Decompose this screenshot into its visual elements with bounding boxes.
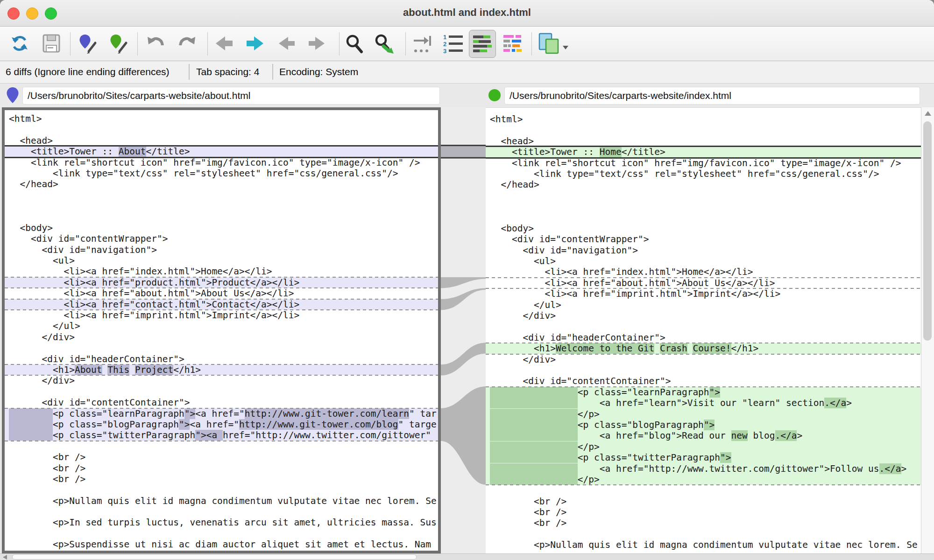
- connector-changed-h1: [441, 343, 486, 375]
- code-line: [486, 212, 921, 223]
- reload-icon: [9, 33, 30, 54]
- reload-button[interactable]: [7, 30, 33, 57]
- toolbar-separator: [405, 32, 406, 56]
- toolbar-separator: [531, 32, 532, 56]
- code-line: <link type="text/css" rel="stylesheet" h…: [5, 168, 438, 179]
- show-whitespace-button[interactable]: [409, 30, 435, 57]
- line-numbers-button[interactable]: 1 2 3: [440, 30, 466, 57]
- code-line: <li><a href="index.html">Home</a></li>: [486, 266, 921, 277]
- scroll-left-arrow-icon[interactable]: [3, 555, 7, 560]
- code-line: <html>: [486, 114, 921, 125]
- code-line: <li><a href="index.html">Home</a></li>: [5, 266, 438, 277]
- connector-deleted-contact: [441, 288, 486, 310]
- code-line: [5, 441, 438, 452]
- rulesets-button[interactable]: [500, 30, 526, 57]
- diffmerge-window: about.html and index.html: [0, 0, 934, 560]
- undo-icon: [146, 34, 166, 53]
- reference-view-icon: [536, 32, 570, 55]
- svg-text:3: 3: [443, 48, 446, 54]
- code-line: </p>: [486, 441, 921, 452]
- next-change-button[interactable]: [242, 30, 268, 57]
- code-line: [5, 212, 438, 223]
- code-line: <li><a href="contact.html">Contact</a></…: [5, 299, 438, 310]
- code-line: <li><a href="product.html">Product</a></…: [5, 277, 438, 288]
- violet-pin-edit-icon: [78, 33, 98, 54]
- diff-count-status: 6 diffs (Ignore line ending differences): [6, 66, 170, 77]
- arrow-left-icon: [215, 35, 234, 52]
- code-line: <p class="blogParagraph"><a href="http:/…: [5, 419, 438, 430]
- code-line: <link type="text/css" rel="stylesheet" h…: [486, 168, 921, 179]
- left-file-path-field[interactable]: /Users/brunobrito/Sites/carparts-website…: [22, 87, 440, 105]
- redo-button[interactable]: [174, 30, 200, 57]
- line-numbers-icon: 1 2 3: [442, 33, 464, 54]
- vertical-scrollbar-thumb[interactable]: [923, 121, 932, 341]
- code-line: <br />: [486, 518, 921, 528]
- code-line: [5, 343, 438, 353]
- left-code-pane[interactable]: <html> <head> <title>Tower :: About</tit…: [2, 107, 441, 553]
- code-line: </div>: [486, 310, 921, 321]
- code-line: <li><a href="imprint.html">Imprint</a></…: [486, 288, 921, 299]
- code-line: </div>: [5, 375, 438, 386]
- rulesets-icon: [502, 33, 524, 54]
- find-next-button[interactable]: [371, 30, 397, 57]
- svg-text:1: 1: [443, 34, 446, 41]
- connector-current-title: [441, 146, 486, 157]
- toolbar-separator: [339, 32, 340, 56]
- code-line: <a href="blog">Read our new blog.</a>: [486, 430, 921, 441]
- mark-left-button[interactable]: [75, 30, 101, 57]
- title-bar: about.html and index.html: [0, 0, 934, 27]
- deleted-lines-marker: [486, 277, 921, 278]
- code-line: [5, 506, 438, 517]
- code-line: </ul>: [5, 321, 438, 331]
- code-line: [486, 485, 921, 496]
- code-line: </div>: [5, 332, 438, 343]
- code-line: <p class="twitterParagraph"><a href="htt…: [5, 430, 438, 441]
- code-line: <body>: [486, 223, 921, 234]
- code-line: </div>: [486, 354, 921, 365]
- reference-view-button[interactable]: [535, 30, 571, 57]
- scroll-up-arrow-icon[interactable]: [925, 111, 931, 116]
- right-file-path-field[interactable]: /Users/brunobrito/Sites/carparts-website…: [504, 87, 920, 105]
- redo-icon: [177, 34, 197, 53]
- prev-conflict-button[interactable]: [274, 30, 300, 57]
- prev-change-button[interactable]: [211, 30, 237, 57]
- horizontal-scrollbar-thumb[interactable]: [12, 554, 417, 560]
- code-line: <link rel="shortcut icon" href="img/favi…: [486, 158, 921, 168]
- code-line: <br />: [486, 507, 921, 518]
- code-line: </head>: [5, 179, 438, 189]
- green-dot-icon: [488, 88, 502, 102]
- code-line: <title>Tower :: Home</title>: [486, 147, 921, 157]
- code-line: <p class="blogParagraph">: [486, 420, 921, 430]
- code-line: [486, 201, 921, 212]
- right-code-pane[interactable]: <html> <head> <title>Tower :: Home</titl…: [486, 107, 921, 553]
- code-line: <p class="twitterParagraph">: [486, 452, 921, 463]
- arrow-right-icon: [246, 35, 264, 52]
- vertical-scrollbar[interactable]: [921, 107, 934, 553]
- deleted-lines-marker: [486, 288, 921, 289]
- code-line: <div id="navigation">: [5, 245, 438, 255]
- code-line: <div id="navigation">: [486, 245, 921, 256]
- save-button[interactable]: [38, 30, 64, 57]
- code-line: <div id="contentContainer">: [486, 376, 921, 386]
- find-button[interactable]: [341, 30, 367, 57]
- code-line: <link rel="shortcut icon" href="img/favi…: [5, 157, 438, 168]
- next-conflict-button[interactable]: [304, 30, 330, 57]
- code-line: <br />: [5, 452, 438, 462]
- code-line: <div id="contentWrapper">: [486, 234, 921, 245]
- mark-right-button[interactable]: [106, 30, 132, 57]
- file-path-row: /Users/brunobrito/Sites/carparts-website…: [0, 84, 934, 108]
- intraline-diffs-button[interactable]: [469, 30, 496, 58]
- code-line: </p>: [486, 409, 921, 420]
- code-line: [486, 529, 921, 539]
- code-line: <p>Suspendisse ut nisi ac diam auctor al…: [5, 539, 438, 550]
- left-code: <html> <head> <title>Tower :: About</tit…: [5, 110, 438, 550]
- diff-content-area: <html> <head> <title>Tower :: About</tit…: [0, 107, 934, 553]
- search-next-icon: [373, 33, 395, 54]
- code-line: <a href="http://www.twitter.com/gittower…: [486, 463, 921, 474]
- undo-button[interactable]: [143, 30, 169, 57]
- horizontal-scrollbar[interactable]: [0, 553, 934, 560]
- code-line: <br />: [5, 463, 438, 474]
- code-line: [486, 190, 921, 201]
- diff-gutter: [441, 107, 486, 553]
- code-line: [5, 201, 438, 211]
